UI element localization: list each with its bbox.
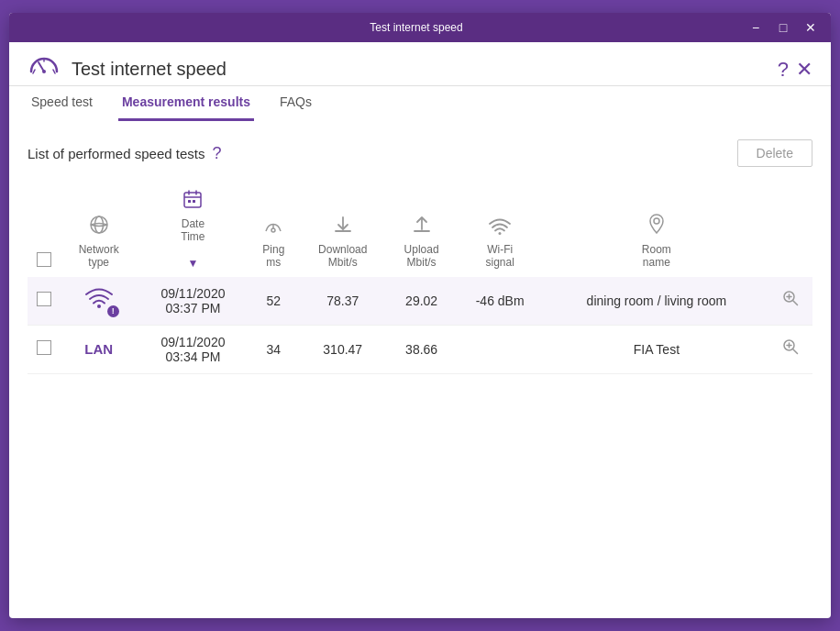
list-help-icon[interactable]: ? — [212, 144, 221, 163]
app-window: Test internet speed − □ ✕ Test internet … — [9, 13, 831, 618]
delete-button[interactable]: Delete — [737, 139, 812, 167]
col-network-type: Networktype — [61, 182, 137, 277]
table-header: Networktype — [28, 182, 812, 277]
lan-icon: LAN — [84, 341, 113, 357]
svg-point-0 — [42, 70, 46, 73]
col-date-time-label: DateTime — [142, 217, 243, 244]
ping-icon — [255, 218, 293, 239]
row2-download: 310.47 — [298, 325, 387, 373]
col-upload-label: UploadMbit/s — [392, 243, 449, 270]
upload-icon — [392, 215, 449, 239]
help-button[interactable]: ? — [778, 58, 789, 82]
main-content: List of performed speed tests ? Delete — [9, 121, 831, 618]
tab-bar: Speed test Measurement results FAQs — [9, 85, 831, 121]
row2-detail-button[interactable] — [781, 338, 800, 360]
col-wifi-signal-label: Wi-Fisignal — [461, 243, 539, 270]
tab-faqs[interactable]: FAQs — [276, 85, 315, 121]
row2-checkbox[interactable] — [37, 340, 51, 355]
row2-actions — [768, 325, 812, 373]
row1-wifi-signal: -46 dBm — [456, 277, 545, 326]
row1-select — [28, 277, 61, 326]
svg-point-8 — [654, 218, 659, 224]
row1-ping: 52 — [249, 277, 299, 326]
col-room-name: Roomname — [544, 182, 768, 277]
col-download: DownloadMbit/s — [298, 182, 387, 277]
header-left: Test internet speed — [28, 53, 227, 85]
app-header: Test internet speed ? ✕ — [9, 42, 831, 86]
col-network-type-label: Networktype — [66, 243, 131, 270]
row1-actions — [768, 277, 812, 326]
col-date-time: DateTime ▼ — [137, 182, 249, 277]
svg-rect-3 — [184, 193, 201, 207]
table-body: ! 09/11/202003:37 PM 52 78.37 29.02 -46 … — [28, 277, 812, 374]
location-icon — [549, 213, 763, 239]
col-download-label: DownloadMbit/s — [304, 243, 381, 270]
tab-measurement-results[interactable]: Measurement results — [118, 85, 254, 121]
globe-icon — [66, 215, 131, 239]
row1-download: 78.37 — [298, 277, 387, 326]
toolbar: List of performed speed tests ? Delete — [28, 139, 812, 167]
row1-room-name: dining room / living room — [544, 277, 768, 326]
row1-date: 09/11/202003:37 PM — [137, 277, 249, 326]
row1-checkbox[interactable] — [37, 292, 51, 306]
sort-icon[interactable]: ▼ — [187, 257, 198, 270]
row2-room-name: FIA Test — [544, 325, 768, 373]
toolbar-left: List of performed speed tests ? — [28, 144, 221, 163]
calendar-icon — [142, 189, 243, 214]
svg-rect-4 — [188, 200, 191, 203]
tab-speed-test[interactable]: Speed test — [28, 85, 96, 121]
col-select — [28, 182, 61, 277]
header-title: Test internet speed — [72, 59, 227, 80]
svg-point-9 — [97, 304, 101, 308]
row1-detail-button[interactable] — [781, 289, 800, 312]
wifi-error-badge: ! — [107, 305, 119, 317]
title-bar-title: Test internet speed — [90, 21, 743, 34]
close-button[interactable]: ✕ — [796, 58, 812, 82]
minimize-button[interactable]: − — [743, 17, 768, 38]
header-actions: ? ✕ — [778, 58, 812, 82]
col-ping: Pingms — [249, 182, 299, 277]
row2-select — [28, 325, 61, 373]
results-table-container: Networktype — [28, 182, 812, 374]
table-row: LAN 09/11/202003:34 PM 34 310.47 38.66 F… — [28, 325, 812, 373]
row1-upload: 29.02 — [387, 277, 455, 326]
row1-network-type: ! — [61, 277, 137, 326]
download-icon — [304, 215, 381, 239]
row2-upload: 38.66 — [387, 325, 455, 373]
table-row: ! 09/11/202003:37 PM 52 78.37 29.02 -46 … — [28, 277, 812, 326]
maximize-button[interactable]: □ — [770, 17, 796, 38]
results-table: Networktype — [28, 182, 812, 374]
row2-wifi-signal — [456, 325, 545, 373]
logo-icon — [28, 53, 61, 85]
wifi-signal-icon — [461, 216, 539, 239]
row2-date: 09/11/202003:34 PM — [137, 325, 249, 373]
titlebar-close-button[interactable]: ✕ — [798, 17, 823, 38]
col-ping-label: Pingms — [255, 243, 293, 270]
svg-point-7 — [499, 232, 502, 235]
list-title: List of performed speed tests — [28, 146, 204, 161]
col-upload: UploadMbit/s — [387, 182, 455, 277]
col-actions — [768, 182, 812, 277]
title-bar-controls: − □ ✕ — [743, 17, 823, 38]
row2-ping: 34 — [249, 325, 299, 373]
svg-rect-5 — [193, 200, 195, 203]
col-room-name-label: Roomname — [549, 243, 763, 270]
wifi-error-icon: ! — [84, 286, 114, 316]
svg-point-2 — [94, 216, 103, 233]
row2-network-type: LAN — [61, 325, 137, 373]
select-all-checkbox[interactable] — [37, 252, 51, 267]
title-bar: Test internet speed − □ ✕ — [9, 13, 831, 42]
col-wifi-signal: Wi-Fisignal — [456, 182, 545, 277]
